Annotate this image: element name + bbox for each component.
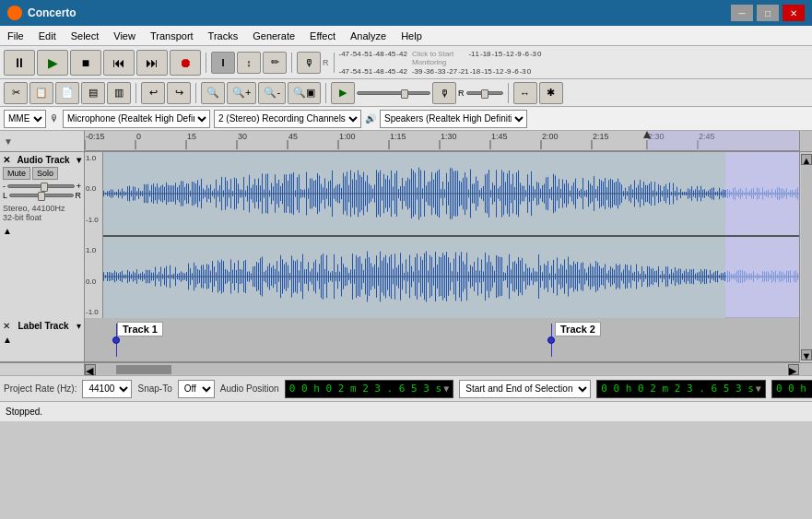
channel-divider: [103, 235, 799, 237]
menu-analyze[interactable]: Analyze: [343, 29, 394, 43]
ruler-left-pad: ▼: [0, 131, 85, 151]
vertical-scrollbar[interactable]: ▲ ▼: [799, 152, 812, 362]
draw-tool[interactable]: ✏: [263, 52, 287, 74]
pan-right-label: R: [76, 191, 82, 200]
mute-button[interactable]: Mute: [3, 167, 30, 180]
scroll-right-arrow[interactable]: ▶: [788, 364, 799, 375]
scroll-down-arrow[interactable]: ▼: [801, 349, 812, 360]
gain-slider[interactable]: [7, 184, 75, 188]
pause-button[interactable]: ⏸: [4, 50, 35, 76]
scroll-up-arrow[interactable]: ▲: [801, 154, 812, 165]
selection-end-time[interactable]: 0 0 h 0 2 m 3 6 . 7 7 6 s ▼: [771, 380, 812, 398]
label-track-arrow[interactable]: ▾: [76, 321, 81, 331]
cut-button[interactable]: ✂: [4, 82, 28, 104]
tracks-area: ✕ Audio Track ▾ Mute Solo - +: [0, 152, 812, 362]
h-scroll-track[interactable]: [98, 365, 786, 374]
time-value-3: 0 0 h 0 2 m 3 6 . 7 7 6 s: [776, 383, 812, 395]
mute-solo-row: Mute Solo: [3, 167, 81, 180]
speaker-icon: 🔊: [365, 113, 376, 124]
h-scrollbar-container: ◀ ▶: [0, 362, 812, 375]
audio-track-title: Audio Track: [10, 155, 76, 165]
input-gain-slider[interactable]: [466, 91, 503, 95]
label-pin-2: [547, 324, 555, 357]
label-track-close[interactable]: ✕: [3, 321, 10, 331]
collapse-button[interactable]: ▲: [3, 226, 81, 236]
audio-position-time[interactable]: 0 0 h 0 2 m 2 3 . 6 5 3 s ▼: [285, 380, 454, 398]
undo-button[interactable]: ↩: [141, 82, 165, 104]
project-rate-select[interactable]: 44100: [82, 380, 132, 398]
mic-button[interactable]: 🎙: [297, 52, 321, 74]
driver-select[interactable]: MME: [4, 110, 46, 128]
stop-button[interactable]: ■: [70, 50, 101, 76]
gain-row: - +: [3, 182, 81, 191]
minimize-button[interactable]: ─: [731, 5, 753, 21]
zoom-sel-btn2[interactable]: ↔: [513, 82, 537, 104]
scroll-left-arrow[interactable]: ◀: [85, 364, 96, 375]
zoom-sel-button[interactable]: 🔍▣: [288, 82, 321, 104]
pan-slider[interactable]: [9, 194, 73, 197]
silence-button[interactable]: ▥: [107, 82, 131, 104]
play-button[interactable]: ▶: [37, 50, 68, 76]
playback-volume-slider[interactable]: [357, 91, 430, 95]
envelope-tool[interactable]: ↕: [237, 52, 261, 74]
label-box-2[interactable]: Track 2: [555, 322, 601, 336]
sep4: [135, 83, 136, 103]
selection-tool[interactable]: I: [211, 52, 235, 74]
zoom-out-button[interactable]: 🔍-: [258, 82, 286, 104]
skip-forward-button[interactable]: ⏭: [136, 50, 168, 76]
input-device-select[interactable]: Microphone (Realtek High Defini: [63, 110, 210, 128]
menu-help[interactable]: Help: [394, 29, 430, 43]
gain-minus: -: [3, 182, 6, 191]
menu-tracks[interactable]: Tracks: [201, 29, 246, 43]
zoom-fit-button[interactable]: 🔍: [201, 82, 225, 104]
audio-position-label: Audio Position: [220, 383, 279, 394]
close-button[interactable]: ✕: [783, 5, 805, 21]
skip-back-button[interactable]: ⏮: [103, 50, 135, 76]
selection-start-time[interactable]: 0 0 h 0 2 m 2 3 . 6 5 3 s ▼: [596, 380, 766, 398]
channels-select[interactable]: 2 (Stereo) Recording Channels: [214, 110, 361, 128]
mic-icon: 🎙: [50, 113, 59, 124]
audio-track-row: ✕ Audio Track ▾ Mute Solo - +: [0, 152, 799, 318]
menu-edit[interactable]: Edit: [31, 29, 64, 43]
maximize-button[interactable]: □: [757, 5, 779, 21]
redo-button[interactable]: ↪: [167, 82, 191, 104]
audio-track-close[interactable]: ✕: [3, 155, 10, 165]
menu-generate[interactable]: Generate: [245, 29, 302, 43]
solo-button[interactable]: Solo: [32, 167, 58, 180]
sep7: [508, 83, 509, 103]
trim-button[interactable]: ▤: [81, 82, 105, 104]
h-scroll-thumb[interactable]: [116, 365, 171, 374]
copy-button[interactable]: 📋: [29, 82, 53, 104]
menu-transport[interactable]: Transport: [143, 29, 201, 43]
time1-arrow[interactable]: ▼: [443, 383, 449, 394]
multi-tool[interactable]: ✱: [539, 82, 563, 104]
paste-button[interactable]: 📄: [55, 82, 79, 104]
menu-file[interactable]: File: [0, 29, 31, 43]
menu-effect[interactable]: Effect: [302, 29, 343, 43]
window-controls: ─ □ ✕: [731, 5, 805, 21]
project-rate-label: Project Rate (Hz):: [4, 383, 76, 394]
scroll-thumb[interactable]: [801, 165, 812, 349]
record-button[interactable]: ⏺: [170, 50, 201, 76]
record-volume-btn[interactable]: 🎙: [432, 82, 456, 104]
menubar: File Edit Select View Transport Tracks G…: [0, 26, 812, 46]
ruler-canvas: [85, 131, 799, 151]
play-green[interactable]: ▶: [331, 82, 355, 104]
menu-select[interactable]: Select: [64, 29, 107, 43]
label-box-1[interactable]: Track 1: [117, 322, 163, 336]
menu-view[interactable]: View: [106, 29, 143, 43]
statusbar: Stopped.: [0, 401, 812, 421]
label-collapse-btn[interactable]: ▲: [3, 335, 81, 345]
output-device-select[interactable]: Speakers (Realtek High Definiti): [380, 110, 527, 128]
zoom-in-button[interactable]: 🔍+: [227, 82, 256, 104]
sep5: [195, 83, 196, 103]
time2-arrow[interactable]: ▼: [756, 383, 761, 394]
pin-line-2: [551, 324, 552, 336]
selection-type-select[interactable]: Start and End of Selection: [459, 380, 591, 398]
device-row: MME 🎙 Microphone (Realtek High Defini 2 …: [0, 107, 812, 131]
gain-plus: +: [76, 182, 81, 191]
audio-track-arrow[interactable]: ▾: [76, 155, 81, 165]
snap-to-select[interactable]: Off: [178, 380, 215, 398]
h-scroll-left-pad: [0, 363, 85, 375]
h-scrollbar[interactable]: ◀ ▶: [85, 363, 799, 375]
